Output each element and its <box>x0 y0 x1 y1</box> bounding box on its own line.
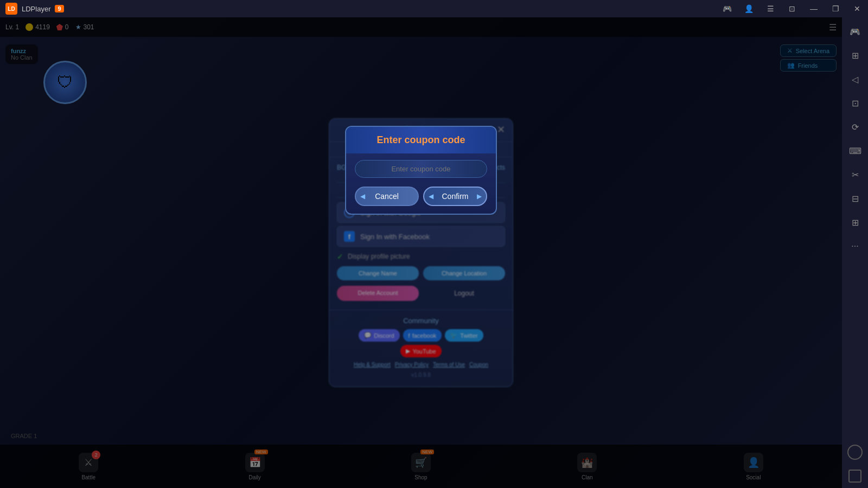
coupon-overlay: Enter coupon code ◀ Cancel ◀ Confirm ▶ <box>0 17 842 488</box>
cancel-label: Cancel <box>375 192 399 201</box>
cancel-arrow-left: ◀ <box>360 192 365 200</box>
right-sidebar: 🎮 ⊞ ◁ ⊡ ⟳ ⌨ ✂ ⊟ ⊞ ··· <box>842 0 868 488</box>
coupon-input[interactable] <box>355 160 487 178</box>
coupon-modal: Enter coupon code ◀ Cancel ◀ Confirm ▶ <box>345 126 497 215</box>
controller-icon[interactable]: 🎮 <box>716 0 738 17</box>
sidebar-grid-icon[interactable]: ⊞ <box>845 46 865 65</box>
confirm-arrow-left: ◀ <box>429 192 433 200</box>
sidebar-plus-icon[interactable]: ⊞ <box>845 213 865 232</box>
confirm-label: Confirm <box>442 192 468 201</box>
sidebar-more-icon[interactable]: ··· <box>845 236 865 256</box>
restore-button[interactable]: ❐ <box>825 0 846 17</box>
sidebar-circle-icon <box>847 445 863 460</box>
window-controls: 🎮 👤 ☰ ⊡ — ❐ ✕ <box>716 0 868 17</box>
sidebar-crop-icon[interactable]: ⊡ <box>845 93 865 113</box>
sidebar-square-icon <box>848 470 861 483</box>
close-button[interactable]: ✕ <box>846 0 868 17</box>
coupon-action-buttons: ◀ Cancel ◀ Confirm ▶ <box>346 184 496 214</box>
sidebar-back-icon[interactable]: ◁ <box>845 69 865 89</box>
titlebar-left: LD LDPlayer 9 <box>0 3 64 15</box>
sidebar-scissors-icon[interactable]: ✂ <box>845 165 865 184</box>
menu-icon[interactable]: ☰ <box>760 0 781 17</box>
coupon-title: Enter coupon code <box>346 127 496 153</box>
game-area: Lv. 1 4119 0 ★ 301 ☰ funzz No Clan ⚔ Sel… <box>0 17 842 488</box>
sidebar-minus-icon[interactable]: ⊟ <box>845 189 865 208</box>
fullscreen-icon[interactable]: ⊡ <box>781 0 803 17</box>
app-version-badge: 9 <box>55 5 63 12</box>
sidebar-refresh-icon[interactable]: ⟳ <box>845 117 865 137</box>
coupon-input-wrapper <box>346 153 496 184</box>
titlebar: LD LDPlayer 9 🎮 👤 ☰ ⊡ — ❐ ✕ <box>0 0 868 17</box>
sidebar-keyboard-icon[interactable]: ⌨ <box>845 141 865 160</box>
minimize-button[interactable]: — <box>803 0 825 17</box>
sidebar-gamepad-icon[interactable]: 🎮 <box>845 22 865 41</box>
coupon-cancel-button[interactable]: ◀ Cancel <box>355 187 419 206</box>
confirm-arrow-right: ▶ <box>477 192 482 200</box>
app-logo: LD <box>5 3 17 15</box>
app-name: LDPlayer <box>22 5 50 13</box>
account-icon[interactable]: 👤 <box>738 0 760 17</box>
coupon-confirm-button[interactable]: ◀ Confirm ▶ <box>423 187 487 206</box>
